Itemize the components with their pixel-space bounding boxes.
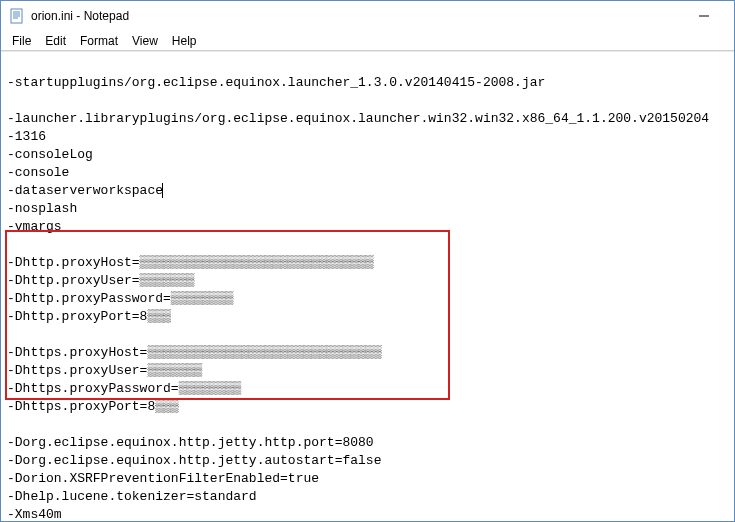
text-line: -Dhelp.lucene.tokenizer=standard — [7, 488, 728, 506]
titlebar: orion.ini - Notepad — [1, 1, 734, 31]
text-line: -dataserverworkspace — [7, 182, 728, 200]
text-editor-area[interactable]: -startupplugins/org.eclipse.equinox.laun… — [1, 51, 734, 521]
text-line: -Dorg.eclipse.equinox.http.jetty.autosta… — [7, 452, 728, 470]
text-line: -startupplugins/org.eclipse.equinox.laun… — [7, 74, 728, 92]
text-line: -Dhttp.proxyUser=▒▒▒▒▒▒▒ — [7, 272, 728, 290]
text-line — [7, 236, 728, 254]
minimize-button[interactable] — [681, 1, 726, 31]
text-line: -1316 — [7, 128, 728, 146]
text-line: -Dhttps.proxyUser=▒▒▒▒▒▒▒ — [7, 362, 728, 380]
text-line: -Dhttp.proxyHost=▒▒▒▒▒▒▒▒▒▒▒▒▒▒▒▒▒▒▒▒▒▒▒… — [7, 254, 728, 272]
text-line: -vmargs — [7, 218, 728, 236]
window-controls — [681, 1, 726, 31]
text-line: -Dhttps.proxyPort=8▒▒▒ — [7, 398, 728, 416]
text-line: -nosplash — [7, 200, 728, 218]
window-title: orion.ini - Notepad — [31, 9, 681, 23]
text-line: -Dhttp.proxyPort=8▒▒▒ — [7, 308, 728, 326]
menu-format[interactable]: Format — [73, 32, 125, 50]
text-line — [7, 416, 728, 434]
text-line: -Dorg.eclipse.equinox.http.jetty.http.po… — [7, 434, 728, 452]
text-line: -Dhttps.proxyHost=▒▒▒▒▒▒▒▒▒▒▒▒▒▒▒▒▒▒▒▒▒▒… — [7, 344, 728, 362]
text-line — [7, 326, 728, 344]
text-line: -Dhttps.proxyPassword=▒▒▒▒▒▒▒▒ — [7, 380, 728, 398]
menu-help[interactable]: Help — [165, 32, 204, 50]
menu-file[interactable]: File — [5, 32, 38, 50]
text-line: -Xms40m — [7, 506, 728, 521]
text-line: -console — [7, 164, 728, 182]
text-line: -Dhttp.proxyPassword=▒▒▒▒▒▒▒▒ — [7, 290, 728, 308]
menu-edit[interactable]: Edit — [38, 32, 73, 50]
text-line: -Dorion.XSRFPreventionFilterEnabled=true — [7, 470, 728, 488]
menubar: File Edit Format View Help — [1, 31, 734, 51]
menu-view[interactable]: View — [125, 32, 165, 50]
text-line: -consoleLog — [7, 146, 728, 164]
notepad-icon — [9, 8, 25, 24]
text-cursor — [162, 183, 163, 198]
text-line: -launcher.libraryplugins/org.eclipse.equ… — [7, 110, 728, 128]
text-line — [7, 92, 728, 110]
